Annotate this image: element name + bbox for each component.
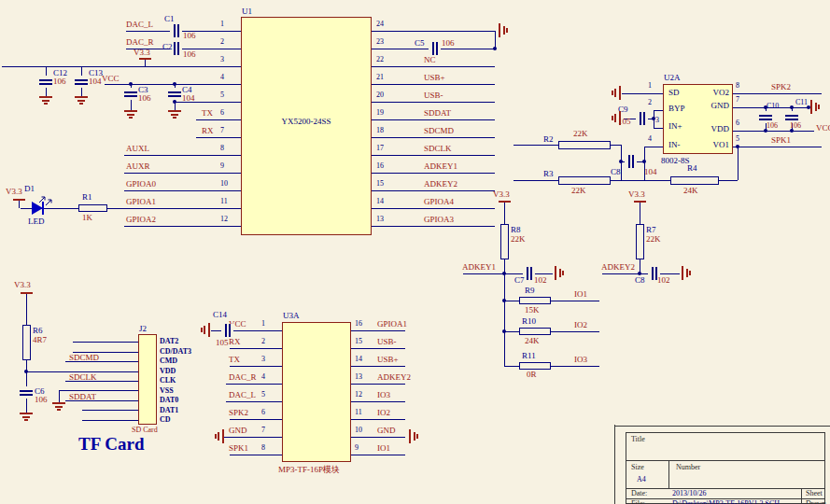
net-label: TX — [202, 109, 213, 118]
u3-ref: U3A — [283, 312, 300, 320]
r9-ref: R9 — [525, 287, 535, 295]
net-label: AUXL — [126, 145, 149, 153]
wire — [196, 137, 241, 138]
r1-value: 1K — [82, 214, 92, 222]
tb-number-label: Number — [676, 464, 700, 471]
r9-value: 15K — [525, 306, 540, 315]
wire — [351, 437, 405, 438]
net-label: TX — [229, 356, 240, 364]
tb-file-value: D:\Desktop\MP3-TF-16PV1.3.SCH — [672, 500, 780, 504]
net-adkey2: ADKEY2 — [601, 263, 635, 272]
net-label: SDCLK — [424, 145, 452, 153]
c1-ref: C1 — [164, 15, 175, 23]
u2-part-name: 8002-8S — [661, 157, 690, 165]
tb-size-value: A4 — [637, 476, 646, 483]
power-v33: V3.3 — [14, 281, 31, 289]
wire — [738, 147, 739, 180]
junction-dot — [642, 160, 646, 163]
wire — [372, 208, 495, 209]
junction-dot — [638, 272, 641, 275]
net-label: USB+ — [377, 356, 399, 364]
ground-icon — [682, 266, 692, 280]
chip-u1 — [241, 17, 372, 235]
c13-value: 104 — [89, 77, 102, 86]
wire — [59, 390, 60, 402]
junction-dot — [173, 100, 176, 104]
pin-number: 6 — [220, 109, 224, 117]
tb-file-label: File: — [631, 500, 645, 504]
wire — [145, 60, 146, 66]
pin-number: 20 — [376, 91, 384, 99]
ground-icon — [611, 86, 621, 100]
r7-value: 22K — [646, 235, 661, 244]
pin-number: 17 — [376, 145, 384, 152]
net-label: ADKEY2 — [377, 373, 411, 382]
power-v33: V3.3 — [628, 190, 645, 199]
net-adkey1: ADKEY1 — [462, 263, 496, 272]
pin-number: 5 — [261, 391, 265, 399]
c1-value: 106 — [183, 32, 196, 40]
pin-number: 24 — [376, 21, 384, 28]
u1-part-name: YX5200-24SS — [245, 118, 368, 126]
net-label: USB- — [424, 91, 443, 100]
junction-dot — [502, 329, 506, 333]
capacitor-c9 — [636, 112, 648, 125]
wire — [640, 203, 640, 224]
u2-ref: U2A — [664, 74, 681, 82]
resistor-r8 — [500, 224, 509, 259]
junction-dot — [502, 299, 506, 302]
wire — [351, 401, 405, 402]
capacitor-c5 — [429, 42, 441, 55]
pin-number: 19 — [376, 109, 384, 117]
pin-number: 6 — [736, 119, 739, 127]
capacitor-c4 — [168, 88, 181, 100]
pin-number: 4 — [220, 74, 224, 81]
net-label: SDDAT — [424, 109, 451, 118]
wire — [372, 190, 495, 191]
r10-ref: R10 — [522, 317, 536, 326]
c8-ref: C8 — [611, 168, 621, 176]
pin-name: CD/DAT3 — [160, 348, 191, 356]
pin-number: 6 — [261, 409, 265, 416]
c14-ref: C14 — [213, 311, 227, 319]
title-block-line — [626, 488, 825, 489]
title-block-line — [626, 460, 825, 461]
pin-name: DAT2 — [160, 338, 178, 345]
wire — [351, 348, 405, 349]
wire — [230, 348, 282, 349]
tb-drawn-label: Drawn — [806, 500, 826, 504]
pin-number: 14 — [376, 198, 384, 205]
net-label: IO2 — [377, 409, 390, 417]
ground-icon — [810, 100, 821, 114]
pin-number: 7 — [736, 96, 739, 104]
resistor-r11 — [519, 362, 551, 370]
junction-dot — [790, 129, 794, 133]
u1-ref: U1 — [242, 7, 252, 16]
tb-date-value: 2013/10/26 — [672, 490, 706, 497]
wire — [230, 455, 282, 455]
tb-size-label: Size — [631, 464, 644, 471]
tb-date-label: Date: — [631, 490, 647, 497]
wire — [654, 128, 663, 129]
net-label: ADKEY1 — [424, 162, 457, 171]
ground-icon — [168, 110, 181, 120]
wire — [124, 226, 241, 227]
pin-name: VO2 — [694, 89, 729, 97]
pin-number: 5 — [736, 135, 739, 143]
net-label: SDCMD — [424, 127, 454, 135]
pin-name: CD — [160, 416, 171, 424]
net-label: IO1 — [377, 444, 390, 453]
pin-number: 12 — [220, 216, 228, 223]
pin-name: IN+ — [668, 122, 682, 131]
junction-dot — [807, 105, 810, 109]
resistor-r4 — [670, 176, 719, 185]
d1-ref: D1 — [24, 185, 35, 193]
ground-icon — [20, 413, 33, 423]
c4-value: 104 — [182, 94, 195, 103]
net-io3: IO3 — [574, 356, 587, 364]
r7-ref: R7 — [646, 226, 656, 234]
power-bar — [499, 201, 511, 203]
wire — [372, 137, 495, 138]
wire — [372, 102, 495, 103]
net-label: DAC_R — [229, 373, 257, 382]
